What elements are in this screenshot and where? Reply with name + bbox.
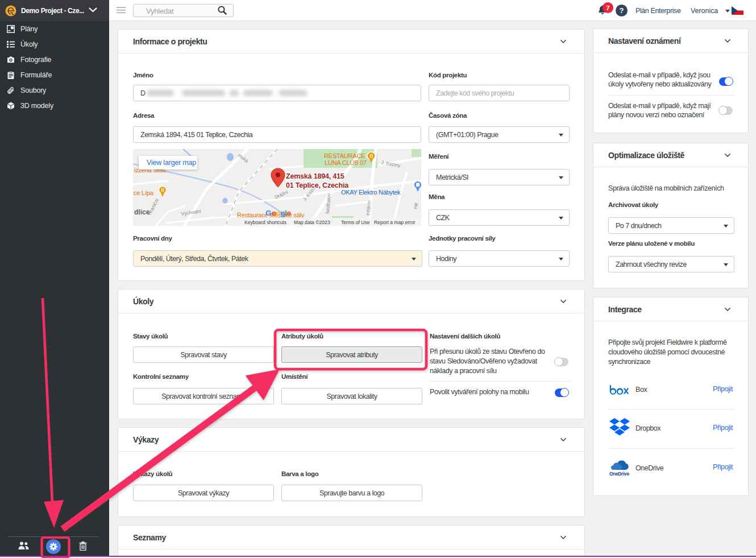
svg-text:Report a map error: Report a map error	[374, 220, 416, 225]
svg-text:Přítkov: Přítkov	[365, 200, 372, 216]
svg-text:RESTAURACE: RESTAURACE	[324, 152, 365, 159]
svg-text:o: o	[276, 209, 281, 217]
svg-text:View larger map: View larger map	[147, 159, 196, 167]
svg-text:o: o	[272, 209, 276, 217]
svg-text:Keyboard shortcuts: Keyboard shortcuts	[244, 220, 286, 225]
svg-text:Terms of Use: Terms of Use	[341, 220, 370, 225]
svg-text:dlice: dlice	[134, 208, 150, 216]
svg-text:LUNA CLUB 07: LUNA CLUB 07	[325, 159, 367, 166]
svg-text:Map data ©2023: Map data ©2023	[294, 220, 330, 225]
svg-text:Zemská 1894, 415: Zemská 1894, 415	[286, 172, 344, 180]
svg-text:01 Teplice, Czechia: 01 Teplice, Czechia	[286, 181, 349, 189]
svg-text:e: e	[287, 209, 292, 217]
svg-text:G: G	[265, 209, 271, 217]
svg-text:OKAY Elektro Nábytek: OKAY Elektro Nábytek	[341, 189, 401, 196]
svg-text:ce Lípa: ce Lípa	[134, 189, 154, 196]
svg-text:OneDrive: OneDrive	[609, 472, 629, 477]
